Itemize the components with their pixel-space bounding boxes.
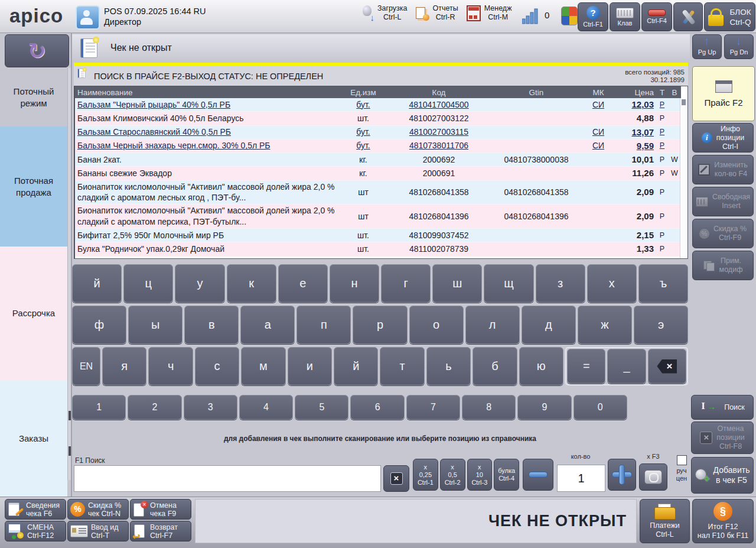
tools-button[interactable] [673,2,703,31]
price-f2-button[interactable]: Прайс F2 [692,66,755,121]
table-row[interactable]: Бионапиток кисломолочный "Активил" массо… [75,180,681,205]
total-button[interactable]: Итог F12 нал F10 бк F11 [692,499,754,543]
key-з[interactable]: з [536,264,585,303]
multiplier-bulka-button[interactable]: булка Ctrl-4 [494,459,519,491]
key-ц[interactable]: ц [123,264,173,303]
key-й[interactable]: й [334,347,378,385]
key-п[interactable]: п [296,306,351,344]
key-р[interactable]: р [353,306,407,344]
sidebar-tab-flow-mode[interactable]: Поточный режим [0,68,67,127]
refresh-button[interactable]: ↻ [5,34,69,67]
key-к[interactable]: к [227,264,276,303]
key-а[interactable]: а [240,306,295,344]
key-х[interactable]: х [587,264,637,303]
key-у[interactable]: у [175,264,224,303]
key-о[interactable]: о [409,306,464,344]
multiplier-x05-button[interactable]: x 0,5 Ctrl-2 [440,459,465,491]
display-off-button[interactable]: Ctrl-F4 [641,2,672,31]
key-е[interactable]: е [278,264,328,303]
sidebar-tab-flow-sale[interactable]: Поточная продажа [0,127,67,247]
key-щ[interactable]: щ [484,264,533,303]
key-3[interactable]: 3 [184,395,237,420]
shift-button[interactable]: СМЕНА Ctrl-F12 [5,521,66,541]
cancel-position-button[interactable]: Отмена позиции Ctrl-F8 [691,421,754,454]
topbar-menu-load[interactable]: ЗагрузкаCtrl-L [361,4,408,22]
key-л[interactable]: л [465,306,520,344]
table-row[interactable]: Бифитат 2,5% 950г Молочный мир РБшт.4810… [75,229,681,242]
multiplier-x025-button[interactable]: x 0,25 Ctrl-1 [413,459,438,491]
key-в[interactable]: в [184,306,239,344]
key-ь[interactable]: ь [426,347,471,385]
discount-percent-button[interactable]: Скидка % Ctrl-F9 [692,219,754,248]
key-ы[interactable]: ы [128,306,183,344]
info-position-button[interactable]: Инфо позиции Ctrl-I [692,123,754,153]
app-grid-icon[interactable] [561,7,578,25]
multiplier-x10-button[interactable]: x 10 Ctrl-3 [467,459,493,491]
key-ш[interactable]: ш [432,264,482,303]
key-ф[interactable]: ф [72,306,126,344]
key-и[interactable]: и [288,347,332,385]
modifier-button[interactable]: Прим. модиф [692,251,754,280]
quantity-minus-button[interactable] [523,459,553,491]
table-row[interactable]: Булка "Родничок" упак.0,29кг Домочайшт.4… [75,242,681,256]
change-quantity-button[interactable]: Изменить кол-во F4 [692,155,754,184]
help-button[interactable]: Ctrl-F1 [578,2,608,31]
key-space[interactable]: _ [607,349,646,384]
key-г[interactable]: г [381,264,431,303]
key-я[interactable]: я [102,347,146,385]
sidebar-tab-orders[interactable]: Заказы [0,380,67,497]
table-row[interactable]: Бионапиток кисломолочный "Активил" массо… [75,205,681,229]
id-input-button[interactable]: Ввод ид Ctrl-T [67,521,129,541]
search-input[interactable] [74,465,381,492]
payments-button[interactable]: Платежи Ctrl-L [640,499,690,543]
key-6[interactable]: 6 [350,395,404,420]
key-=[interactable]: = [567,349,605,384]
key-backspace[interactable] [648,349,686,384]
key-н[interactable]: н [330,264,379,303]
return-button[interactable]: Возврат Ctrl-F7 [130,521,191,541]
key-б[interactable]: б [472,347,517,385]
topbar-menu-manager[interactable]: МенеджCtrl-M [467,4,512,22]
key-ъ[interactable]: ъ [638,264,688,303]
key-й[interactable]: й [72,264,122,303]
receipt-details-button[interactable]: Сведения чека F6 [5,499,66,520]
key-1[interactable]: 1 [72,395,126,420]
keyboard-button[interactable]: Клав [610,2,640,31]
lock-button[interactable]: БЛОК Ctrl-Q [704,2,755,31]
key-0[interactable]: 0 [573,395,627,420]
table-row[interactable]: Бальзам Климовичский 40% 0,5л Беларусьшт… [75,112,681,125]
topbar-menu-reports[interactable]: ОтчетыCtrl-R [416,4,458,22]
search-go-button[interactable]: Поиск [691,395,754,420]
key-7[interactable]: 7 [406,395,460,420]
key-5[interactable]: 5 [295,395,348,420]
page-down-button[interactable]: Pg Dn [724,34,754,59]
free-position-button[interactable]: Свободная Insert [692,187,754,216]
xf3-button[interactable] [639,463,667,491]
table-row[interactable]: Бальзам Старославянский 40% 0,5л РБбут.4… [75,125,681,139]
manual-price-checkbox[interactable] [677,455,687,465]
page-up-button[interactable]: Pg Up [692,34,722,59]
table-row[interactable]: Бананы свежие Эквадоркг.200069111,26РW [75,167,681,180]
key-ж[interactable]: ж [578,306,632,344]
table-row[interactable]: Бальзам Черный знахарь черн.смор. 30% 0,… [75,139,681,153]
clear-search-button[interactable] [383,465,409,492]
cancel-receipt-button[interactable]: Отмена чека F9 [130,499,191,520]
add-to-receipt-button[interactable]: Добавить в чек F5 [691,457,754,494]
key-т[interactable]: т [380,347,424,385]
key-ю[interactable]: ю [519,347,563,385]
key-4[interactable]: 4 [239,395,293,420]
sidebar-tab-installment[interactable]: Рассрочка [0,247,67,380]
key-2[interactable]: 2 [128,395,181,420]
quantity-value[interactable]: 1 [557,465,605,492]
key-д[interactable]: д [522,306,576,344]
key-EN[interactable]: EN [72,347,100,385]
key-ч[interactable]: ч [148,347,193,385]
receipt-discount-button[interactable]: Скидка % чек Ctrl-N [67,499,129,520]
quantity-plus-button[interactable] [608,459,636,491]
key-м[interactable]: м [241,347,285,385]
key-э[interactable]: э [634,306,688,344]
table-row[interactable]: Банан 2кат.кг.20006920481073800003810,01… [75,153,681,167]
table-scrollbar[interactable] [680,98,687,258]
key-8[interactable]: 8 [462,395,516,420]
table-row[interactable]: Бальзам "Черный рыцарь" 40% 0,5л РБбут.4… [75,98,681,112]
